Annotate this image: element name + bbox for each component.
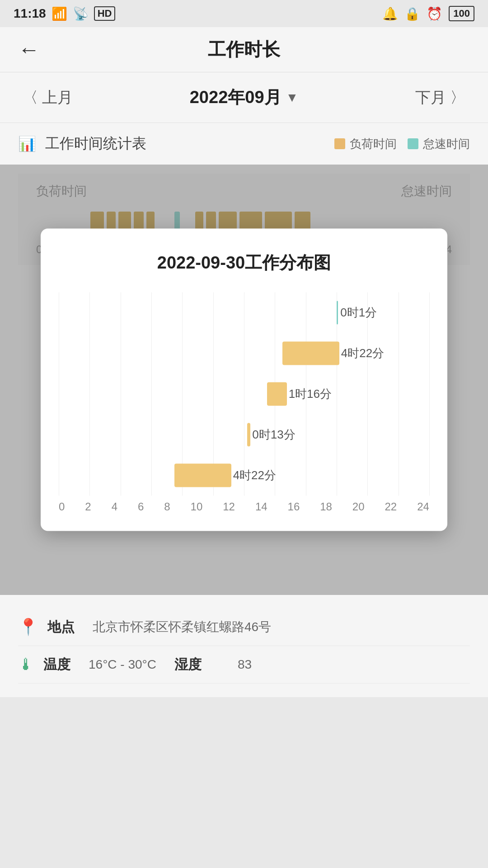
x-axis-labels: 024681012141618202224 bbox=[59, 500, 429, 513]
legend-load-label: 负荷时间 bbox=[350, 136, 397, 152]
x-axis: 024681012141618202224 bbox=[59, 500, 429, 513]
legend-dot-load bbox=[334, 138, 345, 149]
bar-row-0: 0时1分 bbox=[59, 292, 429, 333]
humidity-value: 83 bbox=[238, 657, 252, 672]
bar-row-3: 0时13分 bbox=[59, 415, 429, 455]
x-label: 2 bbox=[85, 500, 91, 513]
x-label: 8 bbox=[164, 500, 170, 513]
bar-label-2: 1时16分 bbox=[289, 386, 332, 402]
month-nav: 〈 上月 2022年09月 ▼ 下月 〉 bbox=[0, 72, 488, 123]
chart-icon: 📊 bbox=[18, 135, 36, 152]
temp-label: 温度 bbox=[43, 656, 80, 674]
month-dropdown-arrow: ▼ bbox=[286, 90, 299, 105]
legend-dot-idle bbox=[408, 138, 418, 149]
current-month: 2022年09月 bbox=[190, 86, 282, 109]
bar-label-4: 4时22分 bbox=[233, 467, 276, 483]
status-left: 11:18 📶 📡 HD bbox=[14, 6, 115, 21]
page-title: 工作时长 bbox=[208, 37, 280, 62]
x-label: 12 bbox=[223, 500, 235, 513]
legend-idle: 怠速时间 bbox=[408, 136, 470, 152]
wifi-icon: 📡 bbox=[73, 6, 89, 21]
bar-label-3: 0时13分 bbox=[252, 427, 295, 443]
chart-wrapper: 负荷时间 怠速时间 0 2 4 6 bbox=[0, 165, 488, 595]
location-row: 📍 地点 北京市怀柔区怀柔镇红螺路46号 bbox=[18, 609, 470, 646]
prev-month-button[interactable]: 〈 上月 bbox=[23, 87, 73, 108]
x-label: 18 bbox=[320, 500, 332, 513]
x-label: 4 bbox=[112, 500, 117, 513]
x-label: 22 bbox=[385, 500, 397, 513]
modal-card: 2022-09-30工作分布图 0时1分4时22分1时16分0时13分4时22分… bbox=[41, 229, 447, 531]
legend-load: 负荷时间 bbox=[334, 136, 397, 152]
bar-row-2: 1时16分 bbox=[59, 374, 429, 415]
bar-chart: 0时1分4时22分1时16分0时13分4时22分 024681012141618… bbox=[59, 292, 429, 513]
status-right: 🔔 🔒 ⏰ 100 bbox=[382, 6, 474, 21]
vibrate-icon: 🔔 bbox=[382, 6, 398, 21]
temp-icon: 🌡 bbox=[18, 655, 34, 674]
alarm-icon: ⏰ bbox=[427, 6, 442, 21]
bar-fill-0 bbox=[337, 301, 338, 325]
x-label: 10 bbox=[191, 500, 203, 513]
x-label: 6 bbox=[138, 500, 144, 513]
legend: 负荷时间 怠速时间 bbox=[334, 136, 470, 152]
info-section: 📍 地点 北京市怀柔区怀柔镇红螺路46号 🌡 温度 16°C - 30°C 湿度… bbox=[0, 595, 488, 697]
bar-row-1: 4时22分 bbox=[59, 333, 429, 374]
bar-row-4: 4时22分 bbox=[59, 455, 429, 496]
x-label: 0 bbox=[59, 500, 65, 513]
bar-fill-4 bbox=[174, 464, 231, 487]
section-title: 工作时间统计表 bbox=[45, 134, 146, 154]
x-label: 14 bbox=[255, 500, 267, 513]
battery-icon: 100 bbox=[449, 6, 474, 21]
temp-row: 🌡 温度 16°C - 30°C 湿度 83 bbox=[18, 646, 470, 684]
x-label: 20 bbox=[352, 500, 365, 513]
bar-fill-3 bbox=[247, 423, 250, 447]
legend-idle-label: 怠速时间 bbox=[423, 136, 470, 152]
next-month-button[interactable]: 下月 〉 bbox=[415, 87, 465, 108]
bar-label-1: 4时22分 bbox=[341, 345, 384, 361]
hd-badge: HD bbox=[94, 6, 116, 21]
section-header: 📊 工作时间统计表 负荷时间 怠速时间 bbox=[0, 123, 488, 165]
bar-fill-2 bbox=[267, 382, 286, 406]
x-label: 16 bbox=[288, 500, 300, 513]
signal-icon: 📶 bbox=[52, 6, 67, 21]
temp-value: 16°C - 30°C bbox=[89, 657, 156, 672]
lock-icon: 🔒 bbox=[404, 6, 420, 21]
modal-title: 2022-09-30工作分布图 bbox=[59, 251, 429, 274]
bar-fill-1 bbox=[282, 342, 339, 365]
time-display: 11:18 bbox=[14, 6, 46, 21]
status-bar: 11:18 📶 📡 HD 🔔 🔒 ⏰ 100 bbox=[0, 0, 488, 27]
back-button[interactable]: ← bbox=[18, 37, 40, 62]
location-icon: 📍 bbox=[18, 618, 38, 637]
bar-label-0: 0时1分 bbox=[340, 305, 377, 321]
location-label: 地点 bbox=[47, 618, 84, 637]
location-value: 北京市怀柔区怀柔镇红螺路46号 bbox=[93, 618, 271, 636]
x-label: 24 bbox=[417, 500, 429, 513]
humidity-label: 湿度 bbox=[174, 656, 202, 674]
month-title-container[interactable]: 2022年09月 ▼ bbox=[190, 86, 299, 109]
page-header: ← 工作时长 bbox=[0, 27, 488, 72]
